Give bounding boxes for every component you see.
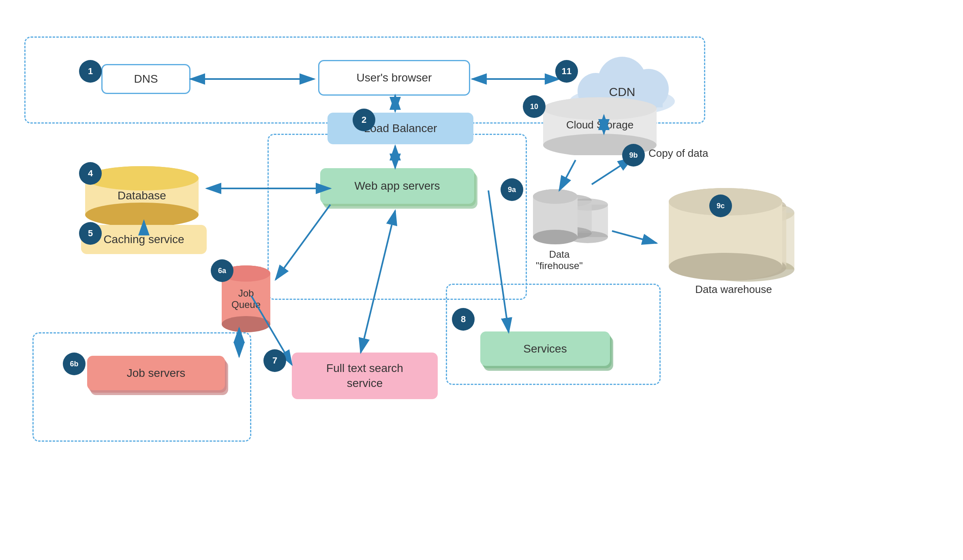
loadbalancer-label: Load Balancer xyxy=(364,122,437,135)
badge-9a: 9a xyxy=(501,178,523,201)
badge-11: 11 xyxy=(555,60,578,83)
svg-line-15 xyxy=(612,231,657,243)
jobservers-node: Job servers xyxy=(87,356,225,390)
services-label: Services xyxy=(523,342,567,355)
cloudstorage-node: Cloud Storage xyxy=(539,96,661,155)
datafirehouse-label: Data"firehouse" xyxy=(515,249,604,271)
datawarehouse-node: Data warehouse xyxy=(665,186,802,300)
jobservers-label: Job servers xyxy=(127,367,186,380)
datawarehouse-label: Data warehouse xyxy=(677,283,790,296)
diagram-container: DNS 1 User's browser CDN 11 Load Balance… xyxy=(0,0,963,560)
svg-point-32 xyxy=(222,316,270,332)
caching-label: Caching service xyxy=(103,233,184,246)
fulltextsearch-node: Full text searchservice xyxy=(292,353,438,399)
webappservers-node: Web app servers xyxy=(320,168,474,204)
datafirehouse-node: Data"firehouse" xyxy=(507,180,612,274)
badge-7: 7 xyxy=(263,349,286,372)
badge-2: 2 xyxy=(353,109,375,131)
badge-5: 5 xyxy=(79,222,102,245)
fulltextsearch-label: Full text searchservice xyxy=(326,361,403,391)
dns-node: DNS xyxy=(101,64,190,94)
copyofdata-label: Copy of data xyxy=(648,147,708,160)
services-node: Services xyxy=(480,331,610,366)
badge-9b: 9b xyxy=(622,144,645,167)
webappservers-label: Web app servers xyxy=(354,180,440,192)
datawarehouse-shape xyxy=(665,186,802,300)
loadbalancer-node: Load Balancer xyxy=(327,113,473,144)
browser-node: User's browser xyxy=(318,60,470,96)
svg-point-43 xyxy=(533,189,578,204)
badge-6a: 6a xyxy=(211,259,233,282)
badge-1: 1 xyxy=(79,60,102,83)
cloudstorage-label: Cloud Storage xyxy=(566,119,633,131)
jobqueue-label: JobQueue xyxy=(222,288,270,310)
dashed-box-middle xyxy=(268,134,527,300)
badge-8: 8 xyxy=(452,308,475,331)
badge-6b: 6b xyxy=(63,353,86,375)
browser-label: User's browser xyxy=(357,71,432,84)
badge-10: 10 xyxy=(523,95,546,118)
badge-4: 4 xyxy=(79,162,102,185)
svg-point-25 xyxy=(543,97,657,120)
svg-point-42 xyxy=(533,230,578,244)
dns-label: DNS xyxy=(134,73,158,85)
badge-9c: 9c xyxy=(709,195,732,217)
svg-point-29 xyxy=(85,166,199,190)
database-label: Database xyxy=(118,189,166,202)
svg-point-52 xyxy=(669,253,782,280)
